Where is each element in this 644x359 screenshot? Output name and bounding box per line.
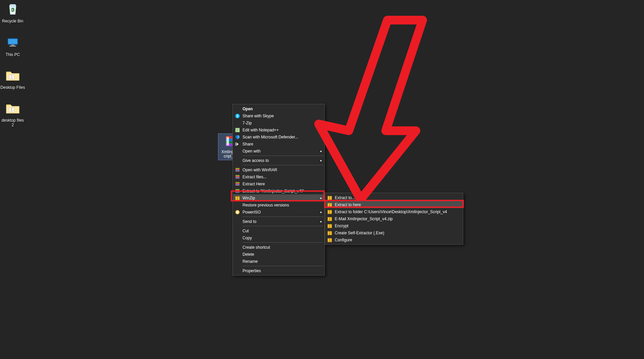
submenu-arrow-icon: ▸ (319, 220, 322, 223)
svg-rect-43 (329, 217, 330, 221)
menu-separator (243, 165, 323, 165)
blank-icon (234, 120, 240, 126)
menu-item-extract-files[interactable]: Extract files... (233, 173, 324, 180)
submenu-item-create-self-extractor[interactable]: Create Self-Extractor (.Exe) (325, 229, 463, 236)
submenu-item-extract-here[interactable]: Extract to here (325, 201, 463, 208)
folder-icon (5, 101, 21, 117)
blank-icon (234, 244, 240, 250)
blank-icon (234, 219, 240, 225)
submenu-item-extract-to[interactable]: Extract to... (325, 194, 463, 201)
menu-item-copy[interactable]: Copy (233, 234, 324, 241)
winzip-icon (327, 202, 333, 208)
blank-icon (234, 148, 240, 154)
desktop-icon-folder-2[interactable]: desktop files 2 (0, 101, 25, 127)
blank-icon (234, 106, 240, 112)
defender-icon (234, 134, 240, 140)
context-menu-primary: Open S Share with Skype 7-Zip ▸ Edit wit… (232, 104, 325, 276)
submenu-arrow-icon: ▸ (319, 210, 322, 214)
menu-item-open[interactable]: Open (233, 105, 324, 112)
menu-separator (243, 266, 323, 266)
svg-rect-4 (11, 45, 14, 46)
svg-rect-5 (9, 46, 16, 47)
svg-rect-25 (235, 177, 239, 178)
blank-icon (234, 268, 240, 274)
svg-rect-49 (329, 238, 330, 242)
winrar-icon (234, 174, 240, 180)
menu-item-7zip[interactable]: 7-Zip ▸ (233, 119, 324, 126)
submenu-item-email[interactable]: E-Mail XmlInjector_Script_v4.zip (325, 215, 463, 222)
svg-rect-6 (9, 75, 11, 79)
menu-item-share[interactable]: Share (233, 140, 324, 147)
svg-rect-33 (237, 196, 238, 200)
menu-item-restore-previous[interactable]: Restore previous versions (233, 201, 324, 208)
menu-item-open-with[interactable]: Open with ▸ (233, 147, 324, 155)
recycle-bin-label: Recycle Bin (0, 19, 25, 23)
menu-item-give-access[interactable]: Give access to ▸ (233, 157, 324, 164)
winzip-icon (327, 216, 333, 222)
svg-rect-0 (10, 4, 16, 6)
menu-separator (243, 217, 323, 217)
winzip-icon (327, 223, 333, 229)
recycle-bin-icon (5, 1, 21, 17)
folder-icon (5, 68, 21, 84)
svg-rect-41 (329, 210, 330, 214)
winrar-icon (234, 188, 240, 194)
blank-icon (234, 228, 240, 234)
desktop-icon-folder-1[interactable]: Desktop FIles (0, 68, 25, 90)
skype-icon: S (234, 113, 240, 119)
svg-rect-24 (235, 175, 239, 176)
svg-rect-7 (12, 75, 14, 79)
submenu-item-extract-folder[interactable]: Extract to folder C:\Users\Vince\Desktop… (325, 208, 463, 215)
menu-item-winzip[interactable]: WinZip ▸ (233, 194, 324, 201)
blank-icon (234, 158, 240, 164)
svg-rect-37 (329, 196, 330, 200)
menu-item-create-shortcut[interactable]: Create shortcut (233, 244, 324, 251)
svg-rect-31 (235, 191, 239, 192)
submenu-arrow-icon: ▸ (319, 159, 322, 162)
menu-separator (243, 242, 323, 243)
svg-rect-39 (329, 203, 330, 207)
menu-item-winrar-extract-to[interactable]: Extract to "XmlInjector_Script_v4\" (233, 187, 324, 194)
desktop-icon-this-pc[interactable]: This PC (0, 35, 25, 57)
menu-item-share-skype[interactable]: S Share with Skype (233, 112, 324, 119)
submenu-arrow-icon: ▸ (319, 196, 322, 200)
svg-rect-15 (226, 137, 229, 145)
poweriso-icon (234, 209, 240, 215)
winzip-icon (234, 195, 240, 201)
winrar-icon (234, 167, 240, 173)
folder-1-label: Desktop FIles (0, 85, 25, 90)
menu-separator (243, 156, 323, 156)
svg-rect-21 (235, 168, 239, 169)
this-pc-icon (5, 35, 21, 51)
winrar-icon (234, 181, 240, 187)
menu-item-send-to[interactable]: Send to ▸ (233, 218, 324, 225)
folder-2-label: desktop files 2 (0, 118, 25, 127)
submenu-item-configure[interactable]: Configure (325, 236, 463, 243)
svg-rect-45 (329, 224, 330, 228)
submenu-item-encrypt[interactable]: Encrypt (325, 222, 463, 229)
blank-icon (234, 258, 240, 264)
context-menu-winzip-sub: Extract to... Extract to here Extract to… (325, 193, 463, 245)
svg-rect-3 (8, 39, 17, 44)
menu-item-delete[interactable]: Delete (233, 251, 324, 258)
desktop-icon-recycle-bin[interactable]: Recycle Bin (0, 1, 25, 23)
menu-item-rename[interactable]: Rename (233, 258, 324, 265)
menu-item-winrar-extract-here[interactable]: Extract Here (233, 180, 324, 187)
menu-item-edit-notepad[interactable]: Edit with Notepad++ (233, 126, 324, 133)
this-pc-label: This PC (0, 52, 25, 57)
svg-rect-8 (9, 108, 11, 112)
winzip-icon (327, 237, 333, 243)
menu-item-poweriso[interactable]: PowerISO ▸ (233, 208, 324, 216)
menu-item-open-winrar[interactable]: Open with WinRAR (233, 166, 324, 173)
winzip-icon (327, 209, 333, 215)
menu-item-properties[interactable]: Properties (233, 267, 324, 274)
svg-text:S: S (236, 114, 239, 118)
menu-item-scan-defender[interactable]: Scan with Microsoft Defender... (233, 133, 324, 140)
blank-icon (234, 251, 240, 257)
svg-point-35 (237, 212, 238, 213)
svg-rect-28 (235, 184, 239, 185)
svg-rect-22 (235, 170, 239, 171)
blank-icon (234, 235, 240, 241)
menu-item-cut[interactable]: Cut (233, 227, 324, 234)
submenu-arrow-icon: ▸ (319, 149, 322, 153)
